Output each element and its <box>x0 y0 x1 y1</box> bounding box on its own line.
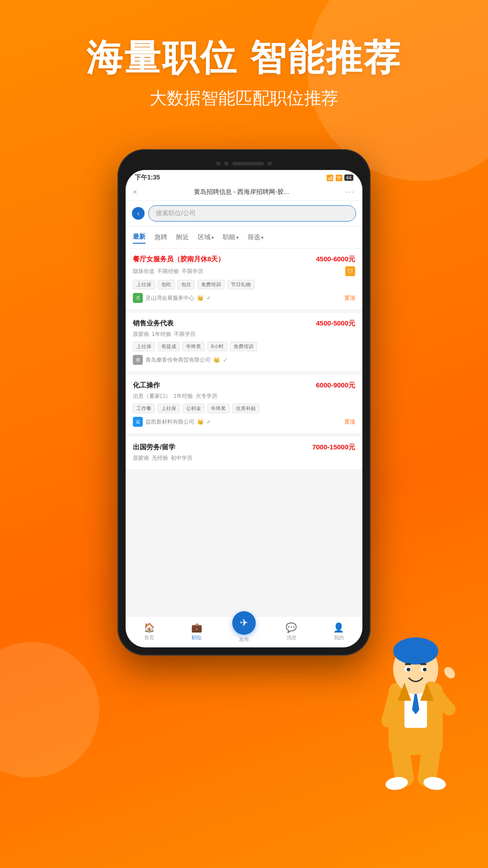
bottom-nav: 🏠 首页 💼 职位 ✈ 发布 💬 消息 � <box>126 616 362 647</box>
browser-bar: × 黄岛招聘信息 - 西海岸招聘网-胶... ··· <box>126 184 362 201</box>
browser-menu-button[interactable]: ··· <box>346 187 355 197</box>
job-title-4: 出国劳务/留学 <box>133 443 312 452</box>
tag: 上社保 <box>158 404 180 413</box>
camera-dot3 <box>267 161 272 166</box>
crown-icon-3: 👑 <box>197 419 204 425</box>
signal-icon: 📶 <box>326 175 333 181</box>
back-button[interactable]: ‹ <box>132 207 145 220</box>
job-salary-3: 6000-9000元 <box>316 381 355 390</box>
status-icons: 📶 🛜 44 <box>326 175 353 181</box>
job-card-3[interactable]: 化工操作 6000-9000元 泊里（董家口） 1年经验 大专学历 工作餐 上社… <box>126 375 362 433</box>
search-bar-row: ‹ 搜索职位/公司 <box>126 201 362 226</box>
wifi-icon: 🛜 <box>335 175 343 181</box>
messages-icon: 💬 <box>286 622 297 633</box>
speaker-bar <box>232 162 264 165</box>
nav-profile[interactable]: 👤 我的 <box>325 622 352 641</box>
tab-latest[interactable]: 最新 <box>133 231 145 244</box>
tag: 包吃 <box>158 280 175 289</box>
job-card-2[interactable]: 销售业务代表 4500-5000元 原胶南 1年经验 不限学历 上社保 有提成 … <box>126 313 362 371</box>
tag: 免费培训 <box>230 342 257 351</box>
tag: 有提成 <box>158 342 180 351</box>
tab-urgent[interactable]: 急聘 <box>155 231 167 243</box>
tag: 节日礼物 <box>227 280 254 289</box>
svg-point-7 <box>407 668 410 671</box>
tag: 年终奖 <box>183 342 205 351</box>
phone-top-bar <box>126 157 362 170</box>
tab-nearby[interactable]: 附近 <box>176 231 189 243</box>
nav-publish-label: 发布 <box>239 636 249 643</box>
nav-profile-label: 我的 <box>334 634 344 641</box>
hero-subtitle: 大数据智能匹配职位推荐 <box>0 87 488 110</box>
tab-function[interactable]: 职能▾ <box>223 233 239 241</box>
company-row-1: 灵 灵山湾会展服务中心 👑 ✓ 置顶 <box>133 293 355 303</box>
company-name-1: 灵山湾会展服务中心 <box>145 294 194 302</box>
nav-messages[interactable]: 💬 消息 <box>278 622 305 641</box>
company-logo-1: 灵 <box>133 293 143 303</box>
job-info-1: 隐珠街道 不限经验 不限学历 🛡 <box>133 266 355 276</box>
job-salary-2: 4500-5000元 <box>316 319 355 328</box>
search-input[interactable]: 搜索职位/公司 <box>148 205 356 222</box>
job-info-3: 泊里（董家口） 1年经验 大专学历 <box>133 392 355 400</box>
verify-icon-3: ✓ <box>206 419 211 425</box>
profile-icon: 👤 <box>333 622 344 633</box>
svg-rect-10 <box>420 663 427 665</box>
status-time: 下午1:35 <box>135 174 160 182</box>
job-info-4: 原胶南 无经验 初中学历 <box>133 454 355 462</box>
nav-publish[interactable]: ✈ 发布 <box>230 620 258 643</box>
job-info-2: 原胶南 1年经验 不限学历 <box>133 330 355 338</box>
jobs-container: 餐厅女服务员（胶南月休8天） 4500-6000元 隐珠街道 不限经验 不限学历… <box>126 249 362 616</box>
tag: 公积金 <box>183 404 205 413</box>
tag: 年终奖 <box>207 404 230 413</box>
browser-close-button[interactable]: × <box>133 188 137 196</box>
character-illustration <box>357 606 474 796</box>
shield-icon-1: 🛡 <box>345 266 355 276</box>
phone-screen: 下午1:35 📶 🛜 44 × 黄岛招聘信息 - 西海岸招聘网-胶... ···… <box>126 170 362 647</box>
svg-rect-9 <box>405 663 411 665</box>
company-logo-2: 糜 <box>133 355 143 365</box>
tag: 上社保 <box>133 342 155 351</box>
filter-tabs: 最新 急聘 附近 区域▾ 职能▾ 筛选▾ <box>126 226 362 249</box>
tab-area[interactable]: 区域▾ <box>198 233 214 241</box>
tab-filter[interactable]: 筛选▾ <box>248 233 263 241</box>
company-row-3: 益 益凯新材料有限公司 👑 ✓ 置顶 <box>133 417 355 427</box>
nav-messages-label: 消息 <box>286 634 296 641</box>
job-title-1: 餐厅女服务员（胶南月休8天） <box>133 255 316 264</box>
tags-row-2: 上社保 有提成 年终奖 8小时 免费培训 <box>133 342 355 351</box>
job-card-1[interactable]: 餐厅女服务员（胶南月休8天） 4500-6000元 隐珠街道 不限经验 不限学历… <box>126 249 362 309</box>
camera-dot2 <box>224 161 229 166</box>
status-bar: 下午1:35 📶 🛜 44 <box>126 170 362 184</box>
nav-jobs[interactable]: 💼 职位 <box>183 622 210 641</box>
publish-icon: ✈ <box>240 617 248 629</box>
phone-mockup: 下午1:35 📶 🛜 44 × 黄岛招聘信息 - 西海岸招聘网-胶... ···… <box>117 149 371 656</box>
nav-home-label: 首页 <box>144 634 154 641</box>
crown-icon: 👑 <box>197 295 204 301</box>
svg-point-8 <box>423 668 427 671</box>
company-name-3: 益凯新材料有限公司 <box>145 418 194 426</box>
tag: 免费培训 <box>197 280 225 289</box>
svg-point-4 <box>393 637 438 665</box>
company-logo-3: 益 <box>133 417 143 427</box>
tags-row-3: 工作餐 上社保 公积金 年终奖 住房补贴 <box>133 404 355 413</box>
company-name-2: 青岛糜香传奇商贸有限公司 <box>145 356 211 364</box>
tag: 工作餐 <box>133 404 155 413</box>
publish-button[interactable]: ✈ <box>232 611 256 635</box>
verify-icon-2: ✓ <box>223 356 228 363</box>
nav-home[interactable]: 🏠 首页 <box>136 622 163 641</box>
crown-icon-2: 👑 <box>213 357 220 363</box>
svg-point-13 <box>442 665 457 680</box>
pin-label-1: 置顶 <box>344 294 355 302</box>
home-icon: 🏠 <box>144 622 155 633</box>
jobs-icon: 💼 <box>191 622 202 633</box>
tag: 住房补贴 <box>232 404 259 413</box>
verify-icon: ✓ <box>206 295 211 301</box>
tag: 上社保 <box>133 280 155 289</box>
tags-row-1: 上社保 包吃 包住 免费培训 节日礼物 <box>133 280 355 289</box>
browser-title: 黄岛招聘信息 - 西海岸招聘网-胶... <box>141 188 342 196</box>
nav-jobs-label: 职位 <box>192 634 202 641</box>
pin-label-3: 置顶 <box>344 418 355 426</box>
company-row-2: 糜 青岛糜香传奇商贸有限公司 👑 ✓ <box>133 355 355 365</box>
tag: 8小时 <box>207 342 227 351</box>
job-title-3: 化工操作 <box>133 381 316 390</box>
camera-dot <box>216 161 221 166</box>
job-card-4[interactable]: 出国劳务/留学 7000-15000元 原胶南 无经验 初中学历 <box>126 437 362 469</box>
